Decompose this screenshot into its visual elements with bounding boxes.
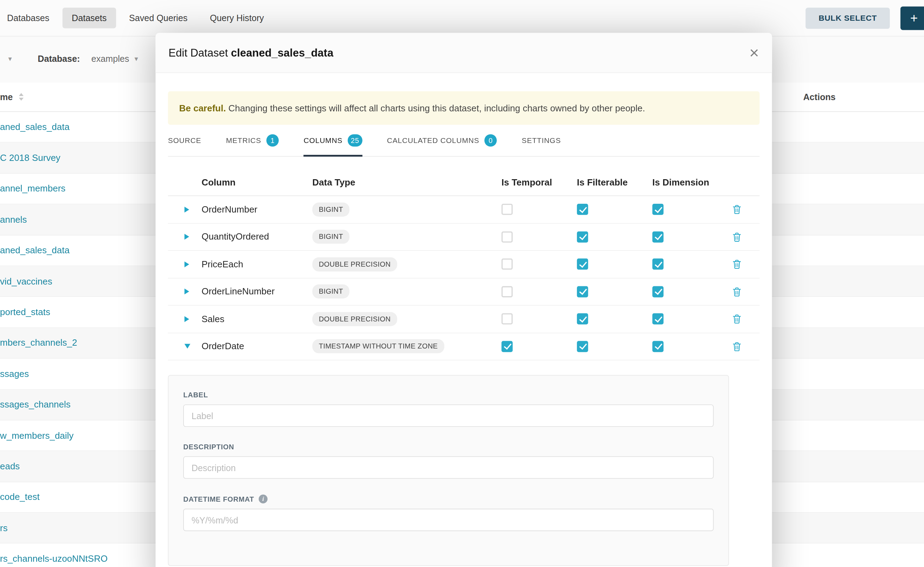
caret-cell xyxy=(168,316,202,322)
top-nav: DatabasesDatasetsSaved QueriesQuery Hist… xyxy=(0,0,924,36)
delete-column-icon[interactable] xyxy=(732,232,741,242)
dataset-link[interactable]: vid_vaccines xyxy=(0,276,53,286)
is-filterable-checkbox[interactable] xyxy=(577,231,588,242)
nav-tab-query-history[interactable]: Query History xyxy=(200,8,273,28)
is-filterable-checkbox[interactable] xyxy=(577,258,588,270)
data-type-pill: DOUBLE PRECISION xyxy=(312,312,397,326)
bulk-select-button[interactable]: BULK SELECT xyxy=(805,8,890,28)
column-editor-panel: LABEL DESCRIPTION DATETIME FORMAT i xyxy=(168,375,729,566)
nav-tab-saved-queries[interactable]: Saved Queries xyxy=(120,8,197,28)
dataset-link[interactable]: ported_stats xyxy=(0,307,50,317)
sort-icon[interactable] xyxy=(19,93,23,101)
is-temporal-checkbox[interactable] xyxy=(501,341,513,352)
modal-tab-calculated-columns[interactable]: CALCULATED COLUMNS0 xyxy=(387,125,497,156)
modal-tab-columns[interactable]: COLUMNS25 xyxy=(304,125,363,156)
nav-tab-datasets[interactable]: Datasets xyxy=(62,8,116,28)
tab-label: SOURCE xyxy=(168,136,202,144)
is-filterable-checkbox-cell xyxy=(577,258,653,270)
close-icon[interactable]: × xyxy=(749,45,759,61)
is-dimension-checkbox-cell xyxy=(652,341,728,352)
is-filterable-checkbox[interactable] xyxy=(577,204,588,215)
expand-caret-icon[interactable] xyxy=(185,234,189,240)
dataset-link[interactable]: code_test xyxy=(0,492,40,502)
tab-label: SETTINGS xyxy=(522,136,561,144)
dataset-link[interactable]: mbers_channels_2 xyxy=(0,338,77,348)
is-dimension-checkbox-cell xyxy=(652,231,728,242)
tab-label: METRICS xyxy=(226,136,261,144)
data-type-pill: BIGINT xyxy=(312,202,349,216)
delete-column-icon[interactable] xyxy=(732,204,741,214)
database-filter-select[interactable]: examples ▾ xyxy=(92,54,138,64)
dataset-link[interactable]: rs_channels-uzooNNtSRO xyxy=(0,554,108,564)
nav-tab-databases[interactable]: Databases xyxy=(0,8,59,28)
is-dimension-checkbox[interactable] xyxy=(652,341,664,352)
modal-title-prefix: Edit Dataset xyxy=(169,46,228,58)
delete-column-icon[interactable] xyxy=(732,286,741,297)
datetime-format-input[interactable] xyxy=(183,508,713,531)
is-dimension-checkbox[interactable] xyxy=(652,231,664,242)
modal-tab-metrics[interactable]: METRICS1 xyxy=(226,125,279,156)
is-temporal-checkbox[interactable] xyxy=(501,286,513,297)
label-field-label: LABEL xyxy=(183,391,713,399)
dataset-link[interactable]: annels xyxy=(0,214,27,225)
dataset-link[interactable]: annel_members xyxy=(0,183,65,194)
label-field: LABEL xyxy=(183,391,713,427)
is-dimension-checkbox[interactable] xyxy=(652,258,664,270)
dataset-link[interactable]: ssages xyxy=(0,369,29,379)
description-input[interactable] xyxy=(183,456,713,479)
label-input[interactable] xyxy=(183,404,713,427)
is-filterable-checkbox[interactable] xyxy=(577,341,588,352)
warning-bold: Be careful. xyxy=(179,103,226,112)
column-header-data-type: Data Type xyxy=(312,177,501,188)
add-dataset-button[interactable]: + xyxy=(900,6,924,30)
expand-caret-icon[interactable] xyxy=(185,261,189,267)
is-temporal-checkbox[interactable] xyxy=(501,314,513,325)
name-column-header[interactable]: me xyxy=(0,92,13,102)
datetime-format-field: DATETIME FORMAT i xyxy=(183,495,713,531)
info-icon[interactable]: i xyxy=(259,495,268,503)
dataset-link[interactable]: rs xyxy=(0,523,8,533)
is-temporal-checkbox[interactable] xyxy=(501,204,513,215)
column-name: QuantityOrdered xyxy=(202,231,312,242)
is-filterable-checkbox[interactable] xyxy=(577,314,588,325)
modal-title-dataset-name: cleaned_sales_data xyxy=(231,46,333,58)
column-row-orderlinenumber: OrderLineNumberBIGINT xyxy=(168,278,760,306)
row-actions-cell xyxy=(728,314,760,324)
label-field-label-text: LABEL xyxy=(183,391,208,399)
is-dimension-checkbox[interactable] xyxy=(652,204,664,215)
modal-tab-source[interactable]: SOURCE xyxy=(168,125,202,156)
delete-column-icon[interactable] xyxy=(732,259,741,269)
column-header-is-dimension: Is Dimension xyxy=(652,177,728,188)
data-type-pill: BIGINT xyxy=(312,285,349,298)
dataset-link[interactable]: ssages_channels xyxy=(0,399,71,410)
column-name: OrderDate xyxy=(202,341,312,352)
row-actions-cell xyxy=(728,259,760,269)
modal-tab-settings[interactable]: SETTINGS xyxy=(522,125,561,156)
delete-column-icon[interactable] xyxy=(732,342,741,351)
dataset-link[interactable]: C 2018 Survey xyxy=(0,153,60,163)
expand-caret-icon[interactable] xyxy=(185,289,189,295)
chevron-down-icon[interactable]: ▾ xyxy=(8,55,12,63)
collapse-caret-icon[interactable] xyxy=(185,344,191,348)
is-dimension-checkbox[interactable] xyxy=(652,314,664,325)
data-type-cell: BIGINT xyxy=(312,202,501,216)
tab-count-badge: 25 xyxy=(348,134,362,147)
modal-tabs: SOURCEMETRICS1COLUMNS25CALCULATED COLUMN… xyxy=(168,125,760,157)
dataset-link[interactable]: w_members_daily xyxy=(0,430,74,441)
column-header-is-filterable: Is Filterable xyxy=(577,177,653,188)
is-temporal-checkbox-cell xyxy=(501,341,577,352)
is-dimension-checkbox[interactable] xyxy=(652,286,664,297)
modal-title: Edit Dataset cleaned_sales_data xyxy=(169,46,333,59)
expand-caret-icon[interactable] xyxy=(185,316,189,322)
dataset-link[interactable]: eads xyxy=(0,461,20,471)
is-filterable-checkbox[interactable] xyxy=(577,286,588,297)
is-temporal-checkbox[interactable] xyxy=(501,258,513,270)
is-dimension-checkbox-cell xyxy=(652,286,728,297)
data-type-pill: DOUBLE PRECISION xyxy=(312,257,397,271)
dataset-link[interactable]: aned_sales_data xyxy=(0,122,69,132)
delete-column-icon[interactable] xyxy=(732,314,741,324)
column-name: OrderLineNumber xyxy=(202,286,312,297)
is-temporal-checkbox[interactable] xyxy=(501,231,513,242)
expand-caret-icon[interactable] xyxy=(185,207,189,213)
dataset-link[interactable]: aned_sales_data xyxy=(0,245,69,256)
